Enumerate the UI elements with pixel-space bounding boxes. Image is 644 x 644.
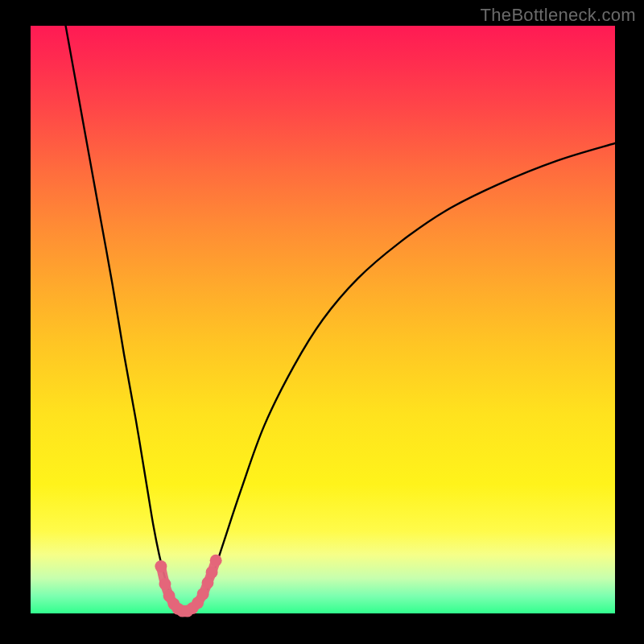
valley-marker-dot (201, 577, 213, 589)
bottleneck-curve-left-branch (66, 26, 188, 612)
bottleneck-curve-right-branch (188, 143, 615, 612)
valley-marker-dot (197, 588, 209, 600)
valley-marker-dot (155, 560, 167, 572)
curve-layer (31, 26, 615, 613)
chart-frame: TheBottleneck.com (0, 0, 644, 644)
watermark-text: TheBottleneck.com (481, 5, 636, 26)
valley-marker-dot (210, 555, 222, 567)
valley-marker-dot (206, 566, 218, 578)
plot-area (31, 26, 615, 613)
valley-marker-dot (159, 578, 171, 590)
